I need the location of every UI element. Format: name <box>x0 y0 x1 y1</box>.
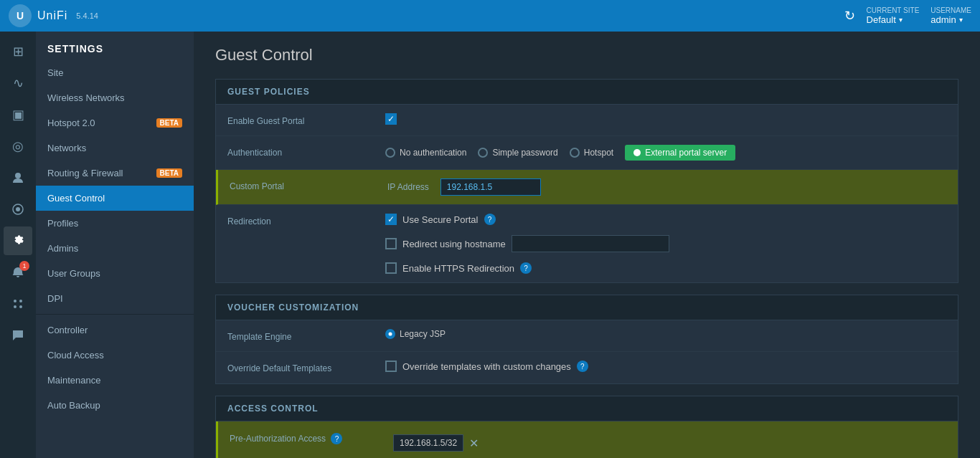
override-label: Override Default Templates <box>227 361 385 373</box>
enable-guest-control: ✓ <box>385 113 946 125</box>
nav-stats[interactable]: ∿ <box>4 69 32 97</box>
use-secure-portal-help[interactable]: ? <box>484 214 496 225</box>
nav-chat[interactable] <box>4 321 32 350</box>
refresh-icon[interactable]: ↻ <box>844 8 855 24</box>
nav-advanced[interactable] <box>4 290 32 318</box>
nav-devices[interactable]: ◎ <box>4 132 32 161</box>
sidebar-item-controller[interactable]: Controller <box>36 318 194 343</box>
override-checkbox[interactable] <box>385 361 397 372</box>
sidebar-item-admins[interactable]: Admins <box>36 236 194 261</box>
radio-label-simple: Simple password <box>492 148 557 158</box>
sidebar-item-routing-firewall[interactable]: Routing & Firewall BETA <box>36 161 194 186</box>
sidebar-item-label: Wireless Networks <box>47 92 125 103</box>
sidebar-item-user-groups[interactable]: User Groups <box>36 261 194 286</box>
sidebar-item-profiles[interactable]: Profiles <box>36 211 194 236</box>
user-selector[interactable]: admin ▾ <box>930 14 971 25</box>
guest-policies-header: GUEST POLICIES <box>216 80 958 105</box>
main-content: Guest Control GUEST POLICIES Enable Gues… <box>194 32 980 458</box>
pre-auth-help[interactable]: ? <box>331 433 342 444</box>
enable-https-row: Enable HTTPS Redirection ? <box>385 262 532 274</box>
pre-auth-control: 192.168.1.5/32 ✕ + ADD HOSTNAME OR SUBNE… <box>387 430 946 458</box>
radio-selected-external: External portal server <box>625 145 735 161</box>
nav-insights[interactable] <box>4 195 32 224</box>
sidebar-item-label: Profiles <box>47 218 78 229</box>
pre-auth-row: Pre-Authorization Access ? 192.168.1.5/3… <box>216 421 958 458</box>
radio-hotspot[interactable]: Hotspot <box>570 148 613 158</box>
sidebar-item-label: Site <box>47 67 63 78</box>
auth-label: Authentication <box>227 145 385 158</box>
sidebar-item-cloud-access[interactable]: Cloud Access <box>36 343 194 368</box>
sidebar-item-dpi[interactable]: DPI <box>36 286 194 311</box>
user-info: USERNAME admin ▾ <box>930 6 971 25</box>
sidebar-item-maintenance[interactable]: Maintenance <box>36 368 194 393</box>
nav-alerts[interactable]: 1 <box>4 258 32 287</box>
nav-settings[interactable] <box>4 226 32 255</box>
sidebar-item-hotspot[interactable]: Hotspot 2.0 BETA <box>36 110 194 135</box>
radio-external-portal[interactable]: External portal server <box>625 145 735 161</box>
authentication-row: Authentication No authentication Simple … <box>216 136 958 170</box>
custom-portal-control: IP Address <box>387 178 946 196</box>
redirect-hostname-checkbox[interactable] <box>385 238 397 249</box>
sidebar-header: Settings <box>36 32 194 60</box>
template-control: Legacy JSP <box>385 329 946 339</box>
sidebar-item-site[interactable]: Site <box>36 60 194 85</box>
site-selector[interactable]: Default ▾ <box>867 14 920 25</box>
enable-guest-label: Enable Guest Portal <box>227 113 385 126</box>
svg-point-4 <box>19 300 22 302</box>
sidebar-item-networks[interactable]: Networks <box>36 135 194 161</box>
sidebar-item-wireless-networks[interactable]: Wireless Networks <box>36 85 194 110</box>
remove-access-entry[interactable]: ✕ <box>469 436 479 450</box>
sidebar-item-guest-control[interactable]: Guest Control <box>36 186 194 211</box>
redirection-label: Redirection <box>227 214 385 226</box>
override-help[interactable]: ? <box>577 361 588 372</box>
enable-guest-portal-row: Enable Guest Portal ✓ <box>216 105 958 136</box>
sidebar-item-label: Routing & Firewall <box>47 168 123 178</box>
beta-badge: BETA <box>156 118 182 128</box>
access-control-section: ACCESS CONTROL Pre-Authorization Access … <box>215 396 958 458</box>
svg-point-0 <box>15 173 21 178</box>
sidebar: Settings Site Wireless Networks Hotspot … <box>36 32 194 458</box>
nav-clients[interactable] <box>4 163 32 192</box>
topbar: U UniFi 5.4.14 ↻ CURRENT SITE Default ▾ … <box>0 0 980 32</box>
access-ip-value: 192.168.1.5/32 <box>393 434 463 452</box>
svg-point-5 <box>14 305 17 308</box>
sidebar-item-label: Maintenance <box>47 375 100 386</box>
sidebar-item-auto-backup[interactable]: Auto Backup <box>36 393 194 418</box>
radio-circle-hotspot <box>570 148 580 158</box>
sidebar-item-label: Hotspot 2.0 <box>47 118 95 128</box>
topbar-right: ↻ CURRENT SITE Default ▾ USERNAME admin … <box>844 6 971 25</box>
nav-dashboard[interactable]: ⊞ <box>4 37 32 66</box>
redirection-row: Redirection ✓ Use Secure Portal ? Redire… <box>216 205 958 282</box>
site-info: CURRENT SITE Default ▾ <box>867 6 920 25</box>
radio-label-external: External portal server <box>645 148 727 158</box>
enable-https-help[interactable]: ? <box>520 262 532 274</box>
sidebar-item-label: Cloud Access <box>47 350 104 361</box>
use-secure-portal-row: ✓ Use Secure Portal ? <box>385 214 496 225</box>
custom-portal-row: Custom Portal IP Address <box>216 170 958 205</box>
enable-guest-checkbox[interactable]: ✓ <box>385 113 397 125</box>
svg-point-1 <box>16 207 20 211</box>
sidebar-item-label: Guest Control <box>47 193 105 204</box>
ip-address-input[interactable] <box>440 178 541 196</box>
sidebar-item-label: User Groups <box>47 268 100 279</box>
radio-dot-external <box>633 149 641 156</box>
enable-https-label: Enable HTTPS Redirection <box>402 263 514 274</box>
radio-simple-password[interactable]: Simple password <box>478 148 557 158</box>
radio-no-auth[interactable]: No authentication <box>385 148 466 158</box>
use-secure-portal-checkbox[interactable]: ✓ <box>385 214 397 225</box>
sidebar-item-label: Controller <box>47 325 88 335</box>
redirect-hostname-label: Redirect using hostname <box>402 239 506 249</box>
svg-point-6 <box>19 305 22 308</box>
redirection-control: ✓ Use Secure Portal ? Redirect using hos… <box>385 214 946 274</box>
override-checkbox-label: Override templates with custom changes <box>402 361 571 372</box>
template-radio-legacy[interactable]: Legacy JSP <box>385 329 446 339</box>
access-control-header: ACCESS CONTROL <box>216 396 958 421</box>
sidebar-item-label: Networks <box>47 143 86 153</box>
custom-portal-label: Custom Portal <box>230 178 387 191</box>
redirect-hostname-input[interactable] <box>512 235 669 252</box>
page-title: Guest Control <box>215 46 958 65</box>
template-label: Template Engine <box>227 329 385 342</box>
enable-https-checkbox[interactable] <box>385 262 397 274</box>
nav-map[interactable]: ▣ <box>4 100 32 129</box>
voucher-header: VOUCHER CUSTOMIZATION <box>216 295 958 320</box>
